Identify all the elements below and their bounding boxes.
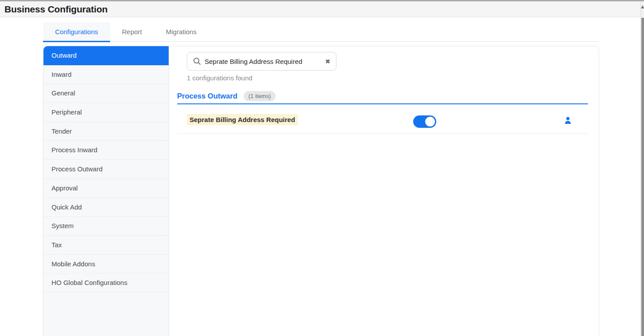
scroll-up-icon[interactable] — [641, 5, 644, 8]
sidebar-item-ho-global-configurations[interactable]: HO Global Configurations — [43, 273, 169, 293]
sidebar-item-process-inward[interactable]: Process Inward — [43, 141, 169, 160]
sidebar-item-inward[interactable]: Inward — [43, 65, 169, 84]
tab-migrations[interactable]: Migrations — [154, 22, 209, 41]
sidebar-item-system[interactable]: System — [43, 217, 169, 236]
tab-label: Report — [122, 28, 142, 36]
tab-label: Configurations — [55, 28, 98, 36]
configuration-content: ✖ 1 configurations found Process Outward… — [169, 46, 599, 336]
section-header: Process Outward (1 items) — [177, 91, 276, 101]
config-row: Seprate Billing Address Required — [177, 104, 588, 134]
sidebar-item-general[interactable]: General — [43, 84, 169, 103]
clear-search-icon[interactable]: ✖ — [325, 59, 330, 64]
sidebar-item-mobile-addons[interactable]: Mobile Addons — [43, 255, 169, 274]
config-toggle[interactable] — [413, 115, 436, 128]
sidebar-item-tender[interactable]: Tender — [43, 122, 169, 141]
sidebar-item-approval[interactable]: Approval — [43, 179, 169, 198]
search-input[interactable] — [201, 58, 325, 65]
tab-configurations[interactable]: Configurations — [43, 22, 110, 41]
sidebar-item-quick-add[interactable]: Quick Add — [43, 198, 169, 217]
scrollbar[interactable] — [640, 1, 644, 336]
tab-label: Migrations — [166, 28, 197, 36]
sidebar-item-process-outward[interactable]: Process Outward — [43, 160, 169, 179]
app-header: Business Configuration — [0, 1, 644, 17]
section-title: Process Outward — [177, 92, 237, 100]
page-title: Business Configuration — [0, 4, 107, 15]
category-sidebar: Outward Inward General Peripheral Tender… — [43, 46, 169, 336]
sidebar-item-peripheral[interactable]: Peripheral — [43, 103, 169, 122]
config-search-box: ✖ — [187, 52, 336, 71]
tab-report[interactable]: Report — [110, 22, 154, 41]
configuration-panel: Outward Inward General Peripheral Tender… — [43, 46, 599, 336]
scrollbar-thumb[interactable] — [641, 18, 644, 336]
tabbar: Configurations Report Migrations — [43, 22, 209, 42]
search-icon — [193, 57, 201, 65]
sidebar-item-tax[interactable]: Tax — [43, 236, 169, 255]
config-label-highlighted: Seprate Billing Address Required — [187, 114, 298, 125]
section-items-badge: (1 items) — [244, 91, 276, 101]
results-count: 1 configurations found — [187, 74, 253, 82]
active-tab-underline — [43, 41, 110, 42]
toggle-knob — [425, 117, 435, 126]
user-icon[interactable] — [565, 117, 571, 124]
sidebar-item-outward[interactable]: Outward — [43, 46, 169, 65]
